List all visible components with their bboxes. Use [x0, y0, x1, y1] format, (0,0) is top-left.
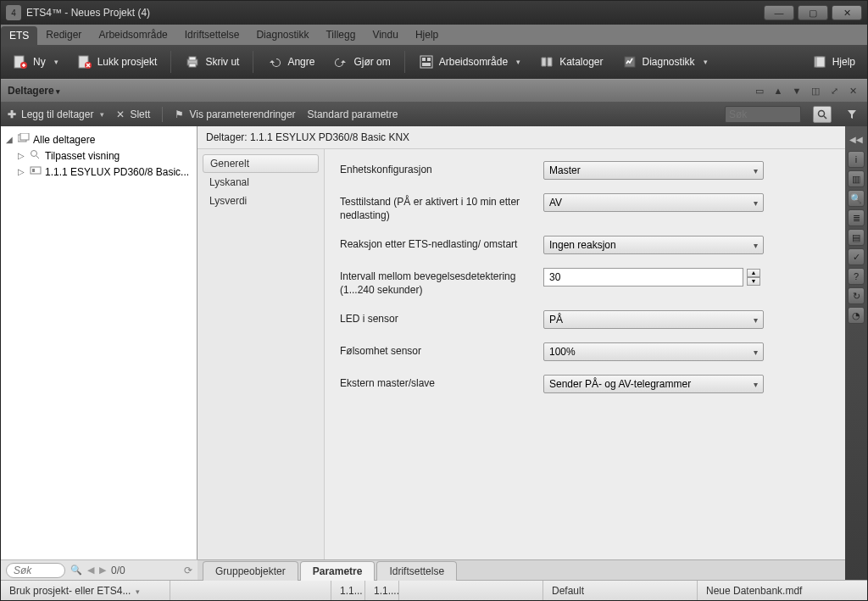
expand-icon[interactable]: ▷	[16, 151, 26, 160]
menu-tillegg[interactable]: Tillegg	[317, 25, 364, 45]
status-cell-2	[170, 581, 331, 600]
section-lysverdi[interactable]: Lysverdi	[198, 192, 324, 210]
undo-button[interactable]: Angre	[262, 51, 320, 73]
panel-down-icon[interactable]: ▼	[789, 84, 804, 97]
sidebar-check-icon[interactable]: ✓	[848, 248, 865, 265]
sidebar-folder-icon[interactable]: ▥	[848, 170, 865, 187]
tree-root[interactable]: ◢ Alle deltagere	[4, 131, 193, 147]
menu-vindu[interactable]: Vindu	[364, 25, 406, 45]
workspace-button[interactable]: Arbeidsområde	[414, 51, 526, 73]
menu-idriftsettelse[interactable]: Idriftsettelse	[176, 25, 248, 45]
section-lyskanal[interactable]: Lyskanal	[198, 173, 324, 192]
window-title: ETS4™ - Neues Projekt (4)	[26, 7, 760, 19]
spin-up-icon[interactable]: ▲	[747, 269, 760, 277]
param-combo-testtilstand[interactable]: AV	[543, 193, 764, 212]
help-button[interactable]: Hjelp	[807, 51, 860, 73]
undo-label: Angre	[287, 56, 314, 68]
param-row: Følsomhet sensor 100%	[340, 342, 830, 361]
param-combo-ekstern[interactable]: Sender PÅ- og AV-telegrammer	[543, 375, 764, 393]
new-button[interactable]: Ny	[8, 51, 64, 73]
tree-item-label: Tilpasset visning	[45, 150, 120, 162]
default-params-button[interactable]: Standard parametre	[308, 109, 398, 120]
panel-layout-icon[interactable]: ▭	[752, 84, 767, 97]
tree-item-device[interactable]: ▷ 1.1.1 ESYLUX PD360/8 Basic...	[4, 164, 193, 180]
workspace-label: Arbeidsområde	[439, 56, 508, 68]
tab-gruppeobjekter[interactable]: Gruppeobjekter	[203, 561, 298, 581]
panel-split-icon[interactable]: ◫	[808, 84, 823, 97]
spin-down-icon[interactable]: ▼	[747, 277, 760, 286]
status-addr-1[interactable]: 1.1...	[331, 581, 365, 600]
show-param-changes-button[interactable]: ⚑ Vis parameterendringer	[175, 109, 295, 120]
sidebar-search-icon[interactable]: 🔍	[848, 190, 865, 207]
next-result-icon[interactable]: ▶	[99, 565, 106, 576]
sidebar-clock-icon[interactable]: ◔	[848, 307, 865, 324]
tree-item-custom-view[interactable]: ▷ Tilpasset visning	[4, 147, 193, 164]
menu-ets[interactable]: ETS	[1, 26, 37, 45]
devices-icon	[18, 133, 30, 146]
collapse-icon[interactable]: ◢	[4, 135, 14, 144]
panel-search-input[interactable]	[725, 106, 801, 123]
catalogs-button[interactable]: Kataloger	[534, 51, 608, 73]
sidebar-book-icon[interactable]: ▤	[848, 229, 865, 246]
sidebar-question-icon[interactable]: ?	[848, 268, 865, 285]
panel-search-button[interactable]	[813, 106, 832, 123]
panel-filter-button[interactable]	[843, 106, 860, 123]
sidebar-collapse-icon[interactable]: ◀◀	[850, 130, 862, 148]
sidebar-info-icon[interactable]: i	[848, 151, 865, 168]
tab-parametre[interactable]: Parametre	[300, 561, 376, 581]
close-project-button[interactable]: Lukk prosjekt	[72, 51, 163, 73]
maximize-button[interactable]: ▢	[798, 5, 828, 20]
print-icon	[185, 54, 200, 70]
toolbar-separator	[253, 51, 253, 73]
app-name: ETS4™	[26, 7, 62, 19]
diagnostics-button[interactable]: Diagnostikk	[617, 51, 713, 73]
param-combo-enhetskonfig[interactable]: Master	[543, 161, 764, 180]
menu-hjelp[interactable]: Hjelp	[407, 25, 447, 45]
catalogs-icon	[539, 54, 554, 70]
sidebar-list-icon[interactable]: ≣	[848, 209, 865, 226]
search-icon[interactable]: 🔍	[70, 565, 82, 576]
device-tree[interactable]: ◢ Alle deltagere ▷ Tilpasset visning ▷ 1…	[1, 126, 198, 559]
svg-rect-13	[816, 57, 825, 67]
tree-footer: 🔍 ◀ ▶ 0/0 ⟳	[1, 559, 198, 580]
param-combo-reaksjon[interactable]: Ingen reaksjon	[543, 236, 764, 254]
panel-up-icon[interactable]: ▲	[771, 84, 786, 97]
delete-button[interactable]: ✕ Slett	[116, 109, 150, 120]
tree-root-label: Alle deltagere	[33, 134, 95, 146]
svg-rect-19	[32, 169, 35, 172]
panel-title[interactable]: Deltagere	[8, 85, 60, 97]
expand-icon[interactable]: ▷	[16, 167, 26, 176]
param-label: Intervall mellom bevegelsesdetektering (…	[340, 268, 543, 297]
menu-diagnostikk[interactable]: Diagnostikk	[248, 25, 317, 45]
workspace-icon	[419, 54, 434, 70]
svg-rect-6	[189, 64, 196, 67]
status-addr-2[interactable]: 1.1....	[365, 581, 399, 600]
refresh-icon[interactable]: ⟳	[184, 565, 192, 576]
param-spin-intervall[interactable]	[543, 268, 743, 287]
menu-rediger[interactable]: Rediger	[37, 25, 90, 45]
close-window-button[interactable]: ✕	[832, 5, 862, 20]
toolbar-separator	[404, 51, 405, 73]
tab-idriftsettelse[interactable]: Idriftsettelse	[376, 561, 457, 581]
sub-toolbar: ✚ Legg til deltager ✕ Slett ⚑ Vis parame…	[1, 103, 867, 126]
tree-search-input[interactable]	[6, 563, 65, 578]
sidebar-history-icon[interactable]: ↻	[848, 287, 865, 304]
add-participant-button[interactable]: ✚ Legg til deltager	[8, 109, 104, 120]
param-label: Følsomhet sensor	[340, 342, 543, 359]
param-combo-led[interactable]: PÅ	[543, 310, 764, 329]
section-generelt[interactable]: Generelt	[203, 154, 319, 173]
panel-expand-icon[interactable]: ⤢	[826, 84, 842, 97]
status-cell-5	[399, 581, 543, 600]
redo-button[interactable]: Gjør om	[328, 51, 395, 73]
print-button[interactable]: Skriv ut	[180, 51, 244, 73]
result-counter: 0/0	[111, 565, 125, 576]
svg-point-17	[31, 151, 37, 157]
prev-result-icon[interactable]: ◀	[87, 565, 94, 576]
panel-close-icon[interactable]: ✕	[845, 84, 860, 97]
menu-arbeidsomrade[interactable]: Arbeidsområde	[90, 25, 175, 45]
param-combo-folsomhet[interactable]: 100%	[543, 342, 764, 361]
minimize-button[interactable]: —	[764, 5, 794, 20]
toolbar: Ny Lukk prosjekt Skriv ut Angre Gjør om …	[1, 45, 867, 79]
status-project-mode[interactable]: Bruk prosjekt- eller ETS4...	[1, 581, 170, 600]
titlebar: 4 ETS4™ - Neues Projekt (4) — ▢ ✕	[1, 1, 867, 25]
